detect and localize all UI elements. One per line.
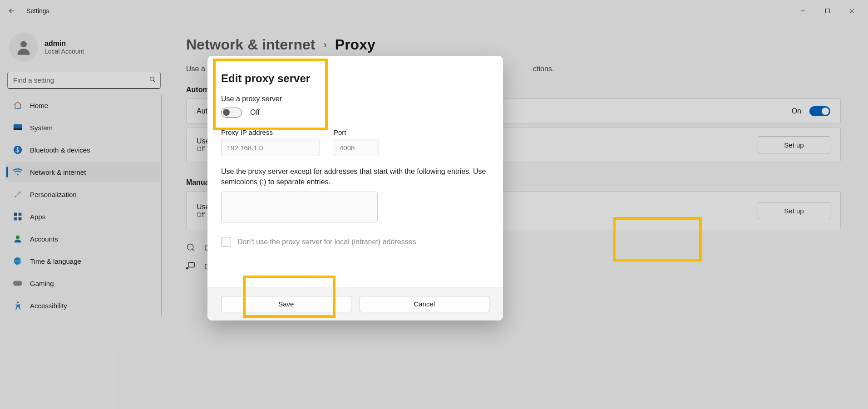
breadcrumb-current: Proxy	[335, 36, 375, 53]
except-label: Use the proxy server except for addresse…	[221, 166, 489, 187]
sidebar-item-label: Network & internet	[30, 168, 86, 176]
svg-point-20	[187, 267, 188, 269]
globe-clock-icon	[13, 256, 23, 266]
svg-point-4	[20, 41, 27, 47]
svg-rect-16	[13, 281, 22, 286]
proxy-ip-input[interactable]	[221, 139, 320, 156]
person-icon	[13, 234, 23, 244]
setup-script-button[interactable]: Set up	[758, 136, 830, 153]
save-button[interactable]: Save	[221, 296, 351, 312]
sidebar-item-network[interactable]: Network & internet	[6, 162, 160, 182]
sidebar-item-bluetooth[interactable]: Bluetooth & devices	[6, 140, 160, 160]
user-name: admin	[44, 39, 84, 48]
sidebar-item-label: Accounts	[30, 235, 58, 243]
breadcrumb: Network & internet › Proxy	[186, 36, 841, 53]
sidebar-item-label: System	[30, 124, 53, 132]
svg-line-6	[153, 80, 155, 82]
svg-point-5	[150, 77, 154, 81]
local-checkbox[interactable]	[221, 237, 231, 247]
except-textarea[interactable]	[221, 192, 378, 222]
help-icon	[186, 243, 196, 254]
svg-rect-8	[14, 128, 22, 130]
apps-icon	[13, 212, 23, 222]
sidebar-item-time[interactable]: Time & language	[6, 251, 160, 271]
window-controls	[791, 2, 864, 20]
svg-rect-12	[14, 217, 17, 221]
svg-point-17	[17, 301, 19, 303]
svg-point-18	[187, 244, 193, 250]
back-button[interactable]	[7, 6, 16, 15]
sidebar-item-label: Apps	[30, 213, 45, 221]
close-button[interactable]	[840, 2, 864, 20]
edit-proxy-dialog: Edit proxy server Use a proxy server Off…	[207, 56, 503, 320]
system-icon	[13, 123, 23, 133]
ip-label: Proxy IP address	[221, 128, 320, 136]
sidebar-item-label: Gaming	[30, 280, 54, 287]
avatar	[9, 33, 38, 62]
maximize-button[interactable]	[815, 2, 840, 20]
feedback-icon	[186, 262, 196, 272]
sidebar-item-gaming[interactable]: Gaming	[6, 273, 160, 293]
cancel-button[interactable]: Cancel	[360, 296, 490, 312]
minimize-button[interactable]	[791, 2, 815, 20]
sidebar-item-accessibility[interactable]: Accessibility	[6, 296, 160, 315]
sidebar-item-home[interactable]: Home	[6, 95, 160, 115]
brush-icon	[13, 189, 23, 199]
port-label: Port	[334, 128, 379, 136]
gamepad-icon	[13, 278, 23, 288]
proxy-port-input[interactable]	[334, 139, 379, 156]
sidebar-item-accounts[interactable]: Accounts	[6, 229, 160, 249]
sidebar-item-label: Home	[30, 102, 48, 109]
sidebar-item-apps[interactable]: Apps	[6, 207, 160, 227]
user-block[interactable]: admin Local Account	[6, 31, 162, 72]
sidebar: admin Local Account Home System Bluetoot…	[0, 22, 168, 409]
use-proxy-toggle[interactable]	[221, 108, 242, 118]
svg-rect-13	[19, 217, 22, 221]
sidebar-item-label: Time & language	[30, 257, 81, 265]
toggle-state-label: Off	[250, 108, 260, 117]
svg-rect-11	[19, 213, 22, 216]
sidebar-item-label: Bluetooth & devices	[30, 146, 90, 154]
home-icon	[13, 100, 23, 110]
setup-manual-button[interactable]: Set up	[758, 202, 830, 219]
user-subtitle: Local Account	[44, 48, 84, 55]
search-input[interactable]	[7, 72, 161, 89]
use-proxy-label: Use a proxy server	[221, 95, 489, 103]
chevron-right-icon: ›	[323, 39, 326, 51]
toggle-label: On	[792, 107, 801, 115]
breadcrumb-parent[interactable]: Network & internet	[186, 36, 315, 53]
search-icon	[149, 76, 156, 85]
accessibility-icon	[13, 301, 23, 310]
sidebar-item-system[interactable]: System	[6, 118, 160, 138]
sidebar-item-personalization[interactable]: Personalization	[6, 184, 160, 204]
svg-rect-1	[826, 9, 830, 13]
svg-rect-19	[188, 263, 194, 267]
bluetooth-icon	[13, 145, 23, 155]
wifi-icon	[13, 167, 23, 177]
local-checkbox-label: Don't use the proxy server for local (in…	[237, 238, 416, 246]
auto-detect-toggle[interactable]	[809, 106, 830, 116]
sidebar-item-label: Accessibility	[30, 302, 67, 310]
dialog-title: Edit proxy server	[221, 72, 489, 85]
app-title: Settings	[26, 7, 49, 15]
nav-list: Home System Bluetooth & devices Network …	[6, 95, 162, 315]
titlebar: Settings	[0, 0, 868, 22]
svg-rect-10	[14, 213, 17, 216]
sidebar-item-label: Personalization	[30, 191, 77, 198]
svg-point-14	[16, 236, 20, 239]
